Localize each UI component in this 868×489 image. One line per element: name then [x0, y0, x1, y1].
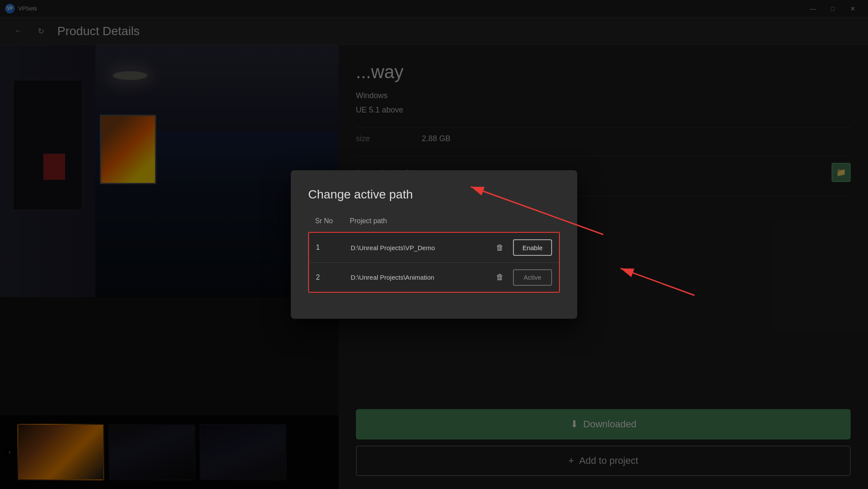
table-rows-container: 1 D:\Unreal Projects\VP_Demo 🗑 Enable 2 … — [308, 232, 560, 293]
row-2-srno: 2 — [316, 274, 351, 281]
row-1-action-label: Enable — [523, 244, 543, 251]
row-1-enable-button[interactable]: Enable — [513, 239, 552, 256]
row-1-srno: 1 — [316, 244, 351, 251]
dialog-title: Change active path — [308, 188, 560, 202]
table-header: Sr No Project path — [308, 217, 560, 232]
row-2-active-button[interactable]: Active — [513, 269, 552, 286]
change-active-path-dialog: Change active path Sr No Project path 1 … — [291, 170, 577, 319]
row-2-path: D:\Unreal Projects\Animation — [351, 274, 492, 281]
row-2-action-label: Active — [524, 274, 542, 281]
trash-icon: 🗑 — [496, 243, 504, 252]
col-header-srno: Sr No — [315, 217, 350, 225]
row-1-path: D:\Unreal Projects\VP_Demo — [351, 244, 492, 251]
row-2-delete-button[interactable]: 🗑 — [492, 270, 508, 285]
trash-icon-2: 🗑 — [496, 273, 504, 282]
table-row: 2 D:\Unreal Projects\Animation 🗑 Active — [309, 262, 559, 292]
row-1-delete-button[interactable]: 🗑 — [492, 240, 508, 255]
col-header-path: Project path — [350, 217, 553, 225]
table-row: 1 D:\Unreal Projects\VP_Demo 🗑 Enable — [309, 233, 559, 262]
